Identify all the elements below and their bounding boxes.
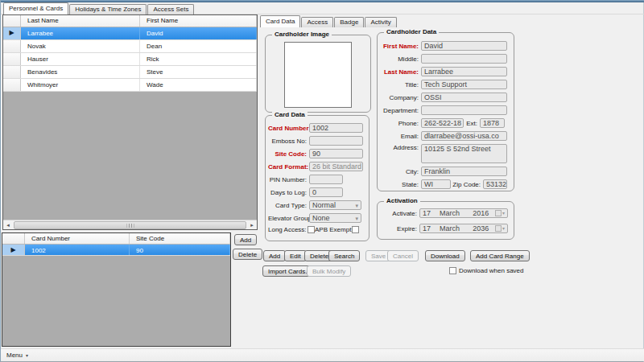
personnel-grid-header: Last Name First Name xyxy=(3,15,257,27)
card-format-dropdown[interactable]: 26 bit Standard ▾ xyxy=(309,162,363,171)
search-button[interactable]: Search xyxy=(328,250,360,261)
card-type-label: Card Type: xyxy=(268,202,309,209)
table-row[interactable]: ▶ 1002 90 xyxy=(2,245,230,256)
column-header-first-name[interactable]: First Name xyxy=(140,15,257,27)
add-button[interactable]: Add xyxy=(263,250,286,261)
days-to-log-field[interactable]: 0 xyxy=(309,187,343,197)
department-label: Department: xyxy=(381,107,421,114)
company-field[interactable]: OSSI xyxy=(421,93,507,102)
column-header-card-number[interactable]: Card Number xyxy=(25,233,130,244)
row-selector-cell xyxy=(3,53,21,65)
scrollbar-thumb[interactable] xyxy=(14,221,246,229)
expire-year: 2036 xyxy=(473,224,493,233)
card-format-value: 26 bit Standard xyxy=(312,162,361,171)
table-row[interactable]: Whitmoyer Wade xyxy=(3,79,257,92)
table-row[interactable]: Benavides Steve xyxy=(3,66,257,79)
tab-access-sets[interactable]: Access Sets xyxy=(147,4,194,14)
chevron-down-icon: ▾ xyxy=(361,162,363,171)
table-row[interactable]: Novak Dean xyxy=(3,40,257,53)
column-header-site-code[interactable]: Site Code xyxy=(130,233,230,244)
tab-activity[interactable]: Activity xyxy=(365,17,396,27)
apb-exempt-checkbox[interactable] xyxy=(352,226,359,233)
first-name-label: First Name: xyxy=(381,43,421,50)
cell-first-name: Steve xyxy=(140,66,257,78)
chevron-down-icon: ▾ xyxy=(353,201,358,210)
row-selector-cell xyxy=(3,79,21,91)
zip-code-label: Zip Code: xyxy=(451,181,483,188)
address-label: Address: xyxy=(381,144,421,151)
cardholder-photo-placeholder[interactable] xyxy=(284,42,352,108)
phone-field[interactable]: 262-522-18 xyxy=(421,118,464,128)
long-access-checkbox[interactable] xyxy=(308,226,315,233)
activate-day: 17 xyxy=(423,209,440,218)
middle-name-field[interactable] xyxy=(421,54,507,64)
column-header-last-name[interactable]: Last Name xyxy=(21,15,140,27)
title-field[interactable]: Tech Support xyxy=(421,80,507,89)
apb-exempt-label: APB Exempt: xyxy=(315,226,352,233)
edit-button[interactable]: Edit xyxy=(284,250,307,261)
scroll-left-icon[interactable]: ◂ xyxy=(3,220,13,229)
download-button[interactable]: Download xyxy=(425,250,465,261)
department-field[interactable] xyxy=(421,105,507,115)
elevator-group-label: Elevator Group: xyxy=(268,215,309,222)
tab-personnel-cards[interactable]: Personnel & Cards xyxy=(3,2,68,14)
cards-grid: Card Number Site Code ▶ 1002 90 xyxy=(2,232,231,347)
tab-card-data[interactable]: Card Data xyxy=(260,15,300,27)
cell-first-name: David xyxy=(140,27,257,39)
card-delete-button[interactable]: Delete xyxy=(233,249,262,260)
expire-day: 17 xyxy=(423,224,440,233)
site-code-label: Site Code: xyxy=(268,150,309,158)
cell-last-name: Whitmoyer xyxy=(21,79,140,91)
calendar-picker-icon[interactable]: ▾ xyxy=(495,209,505,218)
menu-arrow-icon: ▾ xyxy=(26,352,28,358)
horizontal-scrollbar[interactable]: ◂ ▸ xyxy=(3,220,257,229)
elevator-group-dropdown[interactable]: None ▾ xyxy=(309,213,361,223)
tab-badge[interactable]: Badge xyxy=(334,17,364,27)
tab-access[interactable]: Access xyxy=(301,17,333,27)
menu-bar: Menu ▾ xyxy=(1,348,644,361)
address-field[interactable]: 10125 S 52nd Street xyxy=(421,144,507,163)
ext-field[interactable]: 1878 xyxy=(480,118,505,128)
activate-month: March xyxy=(440,209,473,218)
days-to-log-label: Days to Log: xyxy=(268,189,309,196)
expire-date-picker[interactable]: 17 March 2036 ▾ xyxy=(419,224,508,233)
tab-holidays-timezones[interactable]: Holidays & Time Zones xyxy=(69,4,147,14)
cancel-button[interactable]: Cancel xyxy=(387,250,419,261)
emboss-no-field[interactable] xyxy=(309,136,363,146)
last-name-field[interactable]: Larrabee xyxy=(421,67,507,76)
table-row[interactable]: ▶ Larrabee David xyxy=(3,27,257,40)
city-field[interactable]: Franklin xyxy=(421,167,507,176)
activate-label: Activate: xyxy=(381,210,419,217)
personnel-grid: Last Name First Name ▶ Larrabee David No… xyxy=(2,14,258,230)
row-selector-header xyxy=(3,15,21,27)
row-selector-arrow-icon: ▶ xyxy=(2,245,25,255)
table-row[interactable]: Hauser Rick xyxy=(3,53,257,66)
calendar-picker-icon[interactable]: ▾ xyxy=(495,224,505,233)
emboss-no-label: Emboss No: xyxy=(268,138,309,145)
cell-last-name: Hauser xyxy=(21,53,140,65)
site-code-field[interactable]: 90 xyxy=(309,149,363,158)
cell-last-name: Novak xyxy=(21,40,140,52)
first-name-field[interactable]: David xyxy=(421,41,507,51)
menu-button[interactable]: Menu xyxy=(1,352,26,359)
email-field[interactable]: dlarrabee@ossi-usa.co xyxy=(421,131,507,141)
card-add-button[interactable]: Add xyxy=(234,234,257,245)
add-card-range-button[interactable]: Add Card Range xyxy=(470,250,530,261)
card-number-field[interactable]: 1002 xyxy=(309,123,363,133)
cell-first-name: Wade xyxy=(140,79,257,91)
group-caption: Card Data xyxy=(272,111,308,118)
middle-name-label: Middle: xyxy=(381,56,421,63)
cell-first-name: Dean xyxy=(140,40,257,52)
download-when-saved-checkbox[interactable] xyxy=(449,267,456,274)
card-type-dropdown[interactable]: Normal ▾ xyxy=(309,200,361,210)
company-label: Company: xyxy=(381,94,421,101)
activation-group: Activation Activate: 17 March 2016 ▾ Exp… xyxy=(377,201,514,240)
scroll-right-icon[interactable]: ▸ xyxy=(247,220,257,229)
bulk-modify-button[interactable]: Bulk Modify xyxy=(307,265,351,277)
state-field[interactable]: WI xyxy=(421,179,451,189)
application-window: Personnel & Cards Holidays & Time Zones … xyxy=(0,0,644,362)
pin-number-field[interactable] xyxy=(309,175,343,184)
zip-code-field[interactable]: 53132 xyxy=(483,179,507,189)
state-label: State: xyxy=(381,181,421,188)
activate-date-picker[interactable]: 17 March 2016 ▾ xyxy=(419,208,508,218)
